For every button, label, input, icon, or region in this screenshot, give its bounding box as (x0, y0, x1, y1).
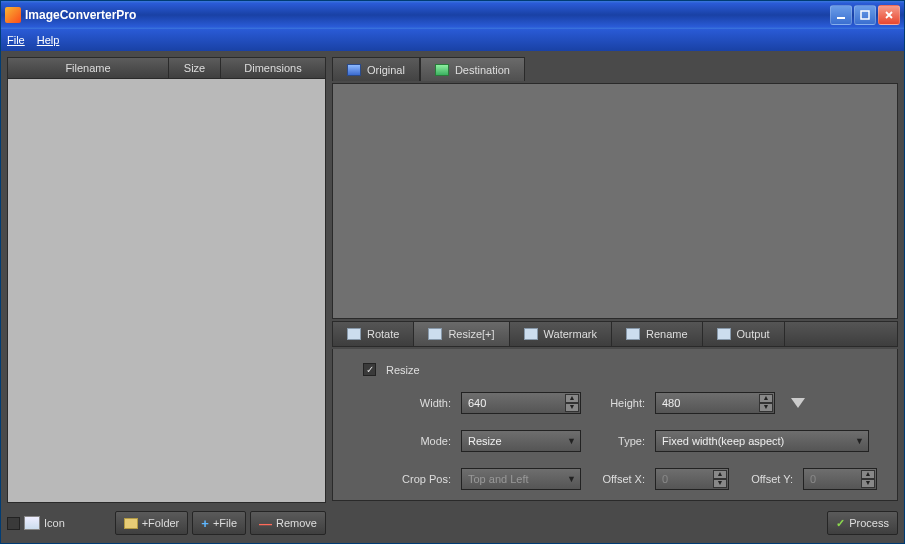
grid-icon (24, 516, 40, 530)
width-input[interactable]: 640▲▼ (461, 392, 581, 414)
svg-rect-0 (837, 17, 845, 19)
left-pane: Filename Size Dimensions Icon +Folder ++… (7, 57, 326, 537)
offset-x-spinner[interactable]: ▲▼ (713, 470, 727, 488)
menu-help[interactable]: Help (37, 34, 60, 46)
preview-area (332, 83, 898, 319)
tab-rotate[interactable]: Rotate (333, 322, 414, 346)
icon-mode-toggle[interactable]: Icon (7, 516, 65, 530)
minimize-button[interactable] (830, 5, 852, 25)
window-buttons (830, 5, 900, 25)
tab-rename[interactable]: Rename (612, 322, 703, 346)
mode-select[interactable]: Resize (461, 430, 581, 452)
destination-icon (435, 64, 449, 76)
rotate-icon (347, 328, 361, 340)
height-spinner[interactable]: ▲▼ (759, 394, 773, 412)
col-dimensions[interactable]: Dimensions (221, 58, 325, 78)
tab-destination[interactable]: Destination (420, 57, 525, 81)
resize-checkbox-label: Resize (386, 364, 420, 376)
icon-mode-checkbox[interactable] (7, 517, 20, 530)
app-icon (5, 7, 21, 23)
process-button[interactable]: ✓Process (827, 511, 898, 535)
type-label: Type: (591, 435, 645, 447)
right-footer: ✓Process (332, 509, 898, 537)
folder-icon (124, 518, 138, 529)
crop-pos-select[interactable]: Top and Left (461, 468, 581, 490)
add-file-button[interactable]: ++File (192, 511, 246, 535)
filelist-body[interactable] (7, 79, 326, 503)
tab-output[interactable]: Output (703, 322, 785, 346)
right-pane: Original Destination Rotate Resize[+] Wa… (332, 57, 898, 537)
preview-tabs: Original Destination (332, 57, 898, 81)
width-label: Width: (393, 397, 451, 409)
rename-icon (626, 328, 640, 340)
icon-mode-label: Icon (44, 517, 65, 529)
titlebar: ImageConverterPro (1, 1, 904, 29)
type-select[interactable]: Fixed width(keep aspect) (655, 430, 869, 452)
crop-pos-label: Crop Pos: (393, 473, 451, 485)
plus-icon: + (201, 516, 209, 531)
tab-watermark[interactable]: Watermark (510, 322, 612, 346)
left-footer: Icon +Folder ++File —Remove (7, 509, 326, 537)
offset-y-spinner[interactable]: ▲▼ (861, 470, 875, 488)
watermark-icon (524, 328, 538, 340)
add-folder-button[interactable]: +Folder (115, 511, 189, 535)
tab-original[interactable]: Original (332, 57, 420, 81)
window-title: ImageConverterPro (25, 8, 830, 22)
col-size[interactable]: Size (169, 58, 221, 78)
height-input[interactable]: 480▲▼ (655, 392, 775, 414)
height-label: Height: (591, 397, 645, 409)
svg-rect-1 (861, 11, 869, 19)
content-area: Filename Size Dimensions Icon +Folder ++… (1, 51, 904, 543)
menubar: File Help (1, 29, 904, 51)
width-spinner[interactable]: ▲▼ (565, 394, 579, 412)
menu-file[interactable]: File (7, 34, 25, 46)
mode-label: Mode: (393, 435, 451, 447)
output-icon (717, 328, 731, 340)
offset-x-label: Offset X: (591, 473, 645, 485)
offset-y-label: Offset Y: (739, 473, 793, 485)
offset-y-input[interactable]: 0▲▼ (803, 468, 877, 490)
remove-button[interactable]: —Remove (250, 511, 326, 535)
close-button[interactable] (878, 5, 900, 25)
col-filename[interactable]: Filename (8, 58, 169, 78)
resize-checkbox[interactable]: ✓ (363, 363, 376, 376)
app-window: ImageConverterPro File Help Filename Siz… (0, 0, 905, 544)
minus-icon: — (259, 516, 272, 531)
offset-x-input[interactable]: 0▲▼ (655, 468, 729, 490)
resize-settings: ✓ Resize Width: 640▲▼ Height: 480▲▼ Mode… (332, 349, 898, 501)
resize-icon (428, 328, 442, 340)
filelist-header: Filename Size Dimensions (7, 57, 326, 79)
tab-resize[interactable]: Resize[+] (414, 322, 509, 346)
settings-tabs: Rotate Resize[+] Watermark Rename Output (332, 321, 898, 347)
maximize-button[interactable] (854, 5, 876, 25)
check-icon: ✓ (836, 517, 845, 530)
image-icon (347, 64, 361, 76)
expand-toggle-icon[interactable] (791, 398, 805, 408)
